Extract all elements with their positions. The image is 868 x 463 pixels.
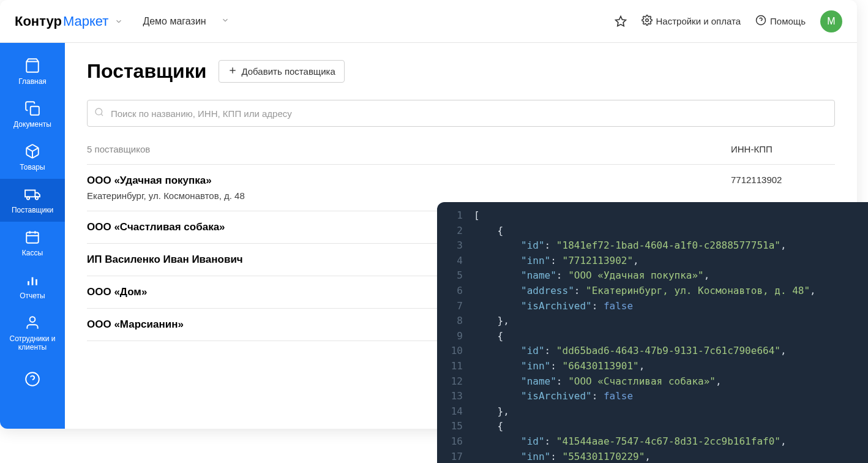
code-panel: 1[2 {3 "id": "1841ef72-1bad-4604-a1f0-c2… (437, 202, 868, 463)
svg-point-22 (95, 108, 102, 115)
line-content: "inn": "66430113901", (474, 359, 645, 374)
line-content: [ (474, 208, 480, 224)
code-line: 9 { (437, 329, 868, 344)
line-number: 14 (437, 404, 474, 420)
code-line: 8 }, (437, 314, 868, 329)
line-content: }, (474, 404, 509, 420)
code-line: 7 "isArchived": false (437, 299, 868, 314)
sidebar-item-documents[interactable]: Документы (0, 93, 65, 136)
svg-rect-7 (25, 190, 35, 197)
avatar[interactable]: М (820, 10, 842, 32)
search-input[interactable] (87, 100, 835, 127)
line-number: 17 (437, 450, 474, 464)
code-line: 11 "inn": "66430113901", (437, 359, 868, 374)
supplier-address: Екатеринбург, ул. Космонавтов, д. 48 (87, 190, 245, 201)
supplier-name: ООО «Счастливая собака» (87, 221, 225, 233)
count-label: 5 поставщиков (87, 144, 150, 154)
code-line: 2 { (437, 224, 868, 239)
svg-marker-0 (615, 16, 626, 26)
supplier-name: ИП Василенко Иван Иванович (87, 254, 243, 266)
help-label: Помощь (770, 16, 806, 26)
svg-point-1 (645, 19, 648, 22)
row-left: ООО «Удачная покупка»Екатеринбург, ул. К… (87, 175, 245, 201)
code-line: 10 "id": "dd65bad6-4643-47b9-9131-7c61c7… (437, 344, 868, 359)
row-left: ООО «Марсианин» (87, 318, 184, 331)
supplier-name: ООО «Удачная покупка» (87, 175, 245, 187)
line-content: { (474, 224, 503, 239)
code-line: 16 "id": "41544aae-7547-4c67-8d31-2cc9b1… (437, 434, 868, 450)
code-line: 14 }, (437, 404, 868, 420)
line-number: 13 (437, 389, 474, 404)
line-number: 15 (437, 419, 474, 434)
sidebar-item-home[interactable]: Главная (0, 50, 65, 93)
user-icon (24, 315, 40, 331)
page-header: Поставщики Добавить поставщика (87, 60, 835, 83)
box-icon (24, 143, 40, 159)
line-number: 7 (437, 299, 474, 314)
help-icon (755, 15, 766, 28)
logo-market-text: Маркет (63, 13, 109, 29)
line-content: "inn": "554301170229", (474, 450, 651, 464)
favorites-icon[interactable] (615, 15, 627, 28)
search-wrap (87, 100, 835, 127)
svg-point-17 (30, 317, 36, 322)
svg-point-9 (36, 197, 38, 199)
inn-col-label: ИНН-КПП (731, 144, 835, 154)
shop-selector[interactable]: Демо магазин (143, 16, 229, 27)
sidebar-item-label: Главная (18, 77, 47, 86)
line-number: 2 (437, 224, 474, 239)
sidebar-item-reports[interactable]: Отчеты (0, 265, 65, 307)
supplier-name: ООО «Дом» (87, 286, 147, 298)
sidebar-item-label: Товары (20, 163, 45, 171)
settings-link[interactable]: Настройки и оплата (642, 15, 741, 28)
svg-point-8 (27, 197, 29, 199)
sidebar-item-help[interactable] (0, 364, 65, 394)
row-left: ИП Василенко Иван Иванович (87, 254, 243, 266)
settings-label: Настройки и оплата (656, 16, 741, 26)
line-number: 8 (437, 314, 474, 329)
sidebar-item-label: Сотрудники и клиенты (2, 334, 62, 352)
add-supplier-button[interactable]: Добавить поставщика (219, 60, 344, 83)
plus-icon (228, 66, 238, 77)
row-left: ООО «Дом» (87, 286, 147, 298)
help-circle-icon (24, 371, 40, 387)
line-content: "isArchived": false (474, 299, 633, 314)
line-content: "address": "Екатеринбург, ул. Космонавто… (474, 284, 816, 299)
line-content: "id": "41544aae-7547-4c67-8d31-2cc9b161f… (474, 434, 787, 450)
line-content: { (474, 329, 503, 344)
supplier-inn: 7712113902 (731, 175, 835, 185)
page-title: Поставщики (87, 60, 206, 83)
help-link[interactable]: Помощь (755, 15, 806, 28)
sidebar-item-label: Кассы (22, 249, 43, 257)
header: Контур Маркет Демо магазин Настройки и о… (0, 0, 857, 43)
svg-rect-10 (26, 232, 39, 243)
sidebar: Главная Документы Товары Поставщики Касс… (0, 43, 65, 429)
line-number: 6 (437, 284, 474, 299)
line-content: "inn": "7712113902", (474, 254, 639, 269)
svg-point-18 (26, 372, 39, 386)
sidebar-item-registers[interactable]: Кассы (0, 222, 65, 265)
bars-icon (24, 272, 40, 288)
chevron-down-icon (114, 13, 123, 29)
sidebar-item-suppliers[interactable]: Поставщики (0, 179, 65, 222)
code-line: 3 "id": "1841ef72-1bad-4604-a1f0-c288857… (437, 238, 868, 254)
svg-rect-5 (31, 107, 39, 115)
line-number: 10 (437, 344, 474, 359)
sidebar-item-label: Поставщики (12, 206, 53, 214)
line-number: 4 (437, 254, 474, 269)
line-content: "name": "ООО «Счастливая собака»", (474, 374, 722, 390)
line-number: 5 (437, 268, 474, 284)
line-number: 12 (437, 374, 474, 390)
code-line: 17 "inn": "554301170229", (437, 450, 868, 464)
logo[interactable]: Контур Маркет (15, 13, 123, 29)
copy-icon (24, 100, 40, 116)
supplier-name: ООО «Марсианин» (87, 318, 184, 331)
line-number: 9 (437, 329, 474, 344)
chevron-down-icon (221, 16, 230, 27)
table-header: 5 поставщиков ИНН-КПП (87, 144, 835, 164)
bag-icon (24, 58, 40, 73)
add-button-label: Добавить поставщика (241, 66, 335, 77)
sidebar-item-products[interactable]: Товары (0, 136, 65, 179)
code-line: 12 "name": "ООО «Счастливая собака»", (437, 374, 868, 390)
sidebar-item-employees[interactable]: Сотрудники и клиенты (0, 307, 65, 359)
